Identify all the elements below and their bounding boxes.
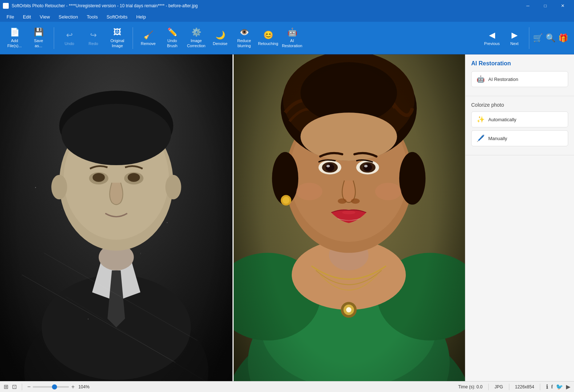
menu-help[interactable]: Help xyxy=(133,13,150,21)
zoom-slider[interactable] xyxy=(33,386,69,388)
facebook-icon[interactable]: f xyxy=(551,384,553,390)
reduce-blurring-button[interactable]: 👁️ Reduceblurring xyxy=(233,24,256,52)
status-sep-2 xyxy=(488,384,489,390)
app-icon xyxy=(3,3,9,9)
image-correction-button[interactable]: ⚙️ ImageCorrection xyxy=(185,24,208,52)
save-as-label: Saveas... xyxy=(34,38,43,48)
denoise-icon: 🌙 xyxy=(215,30,225,40)
title-left: SoftOrbits Photo Retoucher - ****Unregis… xyxy=(3,3,198,9)
manually-button[interactable]: 🖊️ Manually xyxy=(471,130,568,146)
retouching-icon: 😊 xyxy=(263,30,273,40)
ai-restoration-btn-label: AI Restoration xyxy=(488,77,518,82)
zoom-controls: − + 104% xyxy=(27,384,89,390)
zoom-in-button[interactable]: + xyxy=(71,384,74,390)
status-sep-1 xyxy=(22,384,22,390)
search-icon[interactable]: 🔍 xyxy=(546,33,555,43)
status-grid-icon[interactable]: ⊞ xyxy=(4,383,8,390)
retouching-label: Retouching xyxy=(258,41,278,46)
manual-colorize-icon: 🖊️ xyxy=(477,134,485,142)
manually-label: Manually xyxy=(488,136,507,141)
zoom-thumb xyxy=(52,384,57,389)
add-files-button[interactable]: 📄 AddFile(s)... xyxy=(3,24,26,52)
previous-button[interactable]: ◀ Previous xyxy=(481,24,503,52)
window-title: SoftOrbits Photo Retoucher - ****Unregis… xyxy=(12,3,198,8)
menu-edit[interactable]: Edit xyxy=(19,13,35,21)
undo-brush-label: UndoBrush xyxy=(167,38,178,48)
time-label: Time (s): 0.0 xyxy=(458,384,482,389)
zoom-value: 104% xyxy=(78,384,90,389)
right-panel: AI Restoration 🤖 AI Restoration Colorize… xyxy=(465,54,574,381)
undo-label: Undo xyxy=(65,41,74,46)
original-image-button[interactable]: 🖼 OriginalImage xyxy=(106,24,129,52)
original-image-label: OriginalImage xyxy=(110,38,124,48)
svg-rect-25 xyxy=(0,54,233,381)
automatically-button[interactable]: ✨ Automatically xyxy=(471,111,568,127)
menu-view[interactable]: View xyxy=(36,13,53,21)
save-as-icon: 💾 xyxy=(34,28,44,37)
right-image-panel xyxy=(233,54,465,381)
denoise-label: Denoise xyxy=(213,41,227,46)
menu-file[interactable]: File xyxy=(3,13,18,21)
redo-button[interactable]: ↪ Redo xyxy=(82,24,105,52)
status-fit-icon[interactable]: ⊡ xyxy=(12,383,17,390)
add-files-icon: 📄 xyxy=(10,28,20,37)
zoom-out-button[interactable]: − xyxy=(27,384,31,390)
remove-button[interactable]: 🧹 Remove xyxy=(137,24,160,52)
window-controls: ─ □ ✕ xyxy=(520,0,571,12)
next-label: Next xyxy=(510,41,519,46)
toolbar: 📄 AddFile(s)... 💾 Saveas... ↩ Undo ↪ Red… xyxy=(0,22,574,54)
panel-ai-restoration-section: AI Restoration 🤖 AI Restoration xyxy=(465,54,574,96)
menu-tools[interactable]: Tools xyxy=(83,13,101,21)
reduce-blurring-label: Reduceblurring xyxy=(237,38,251,48)
menu-selection[interactable]: Selection xyxy=(55,13,81,21)
toolbar-right-icons: 🛒 🔍 🎁 xyxy=(533,33,568,43)
cart-icon[interactable]: 🛒 xyxy=(533,33,543,43)
original-image-icon: 🖼 xyxy=(113,28,121,37)
left-image-svg xyxy=(0,54,233,381)
menubar: File Edit View Selection Tools SoftOrbit… xyxy=(0,12,574,22)
twitter-icon[interactable]: 🐦 xyxy=(556,383,563,390)
left-image-panel xyxy=(0,54,233,381)
remove-label: Remove xyxy=(141,41,156,46)
image-divider[interactable] xyxy=(233,54,234,381)
youtube-icon[interactable]: ▶ xyxy=(566,383,570,390)
ai-restoration-button[interactable]: 🤖 AIRestoration xyxy=(280,24,304,52)
panel-title: AI Restoration xyxy=(471,60,568,67)
canvas-area xyxy=(0,54,465,381)
svg-rect-60 xyxy=(233,54,465,381)
format-label: JPG xyxy=(494,384,503,389)
ai-restoration-panel-button[interactable]: 🤖 AI Restoration xyxy=(471,71,568,87)
reduce-blurring-icon: 👁️ xyxy=(239,28,249,37)
ai-restoration-label: AIRestoration xyxy=(282,38,302,48)
retouching-button[interactable]: 😊 Retouching xyxy=(256,24,280,52)
gift-icon[interactable]: 🎁 xyxy=(558,33,568,43)
redo-icon: ↪ xyxy=(90,30,97,40)
panel-colorize-section: Colorize photo ✨ Automatically 🖊️ Manual… xyxy=(465,96,574,155)
ai-robot-icon: 🤖 xyxy=(477,75,485,83)
image-correction-icon: ⚙️ xyxy=(191,28,201,37)
statusbar: ⊞ ⊡ − + 104% Time (s): 0.0 JPG 1226x854 … xyxy=(0,381,574,392)
info-icon[interactable]: ℹ xyxy=(546,383,548,390)
toolbar-nav-group: ◀ Previous ▶ Next xyxy=(481,24,525,53)
image-container xyxy=(0,54,465,381)
toolbar-tools-group: 🧹 Remove ✏️ UndoBrush ⚙️ ImageCorrection… xyxy=(137,24,304,53)
save-as-button[interactable]: 💾 Saveas... xyxy=(27,24,50,52)
toolbar-sep-3 xyxy=(529,27,529,49)
toolbar-file-group: 📄 AddFile(s)... 💾 Saveas... xyxy=(3,24,50,53)
toolbar-history-group: ↩ Undo ↪ Redo 🖼 OriginalImage xyxy=(58,24,129,53)
undo-button[interactable]: ↩ Undo xyxy=(58,24,81,52)
ai-restoration-toolbar-icon: 🤖 xyxy=(287,28,297,37)
next-button[interactable]: ▶ Next xyxy=(504,24,525,52)
automatically-label: Automatically xyxy=(488,117,516,122)
menu-softorbits[interactable]: SoftOrbits xyxy=(103,13,131,21)
status-sep-3 xyxy=(509,384,509,390)
previous-icon: ◀ xyxy=(489,30,495,40)
minimize-button[interactable]: ─ xyxy=(520,0,536,12)
undo-icon: ↩ xyxy=(66,30,73,40)
denoise-button[interactable]: 🌙 Denoise xyxy=(209,24,232,52)
status-social-icons: ℹ f 🐦 ▶ xyxy=(546,383,570,390)
undo-brush-button[interactable]: ✏️ UndoBrush xyxy=(161,24,184,52)
status-sep-4 xyxy=(540,384,540,390)
maximize-button[interactable]: □ xyxy=(537,0,554,12)
close-button[interactable]: ✕ xyxy=(554,0,571,12)
